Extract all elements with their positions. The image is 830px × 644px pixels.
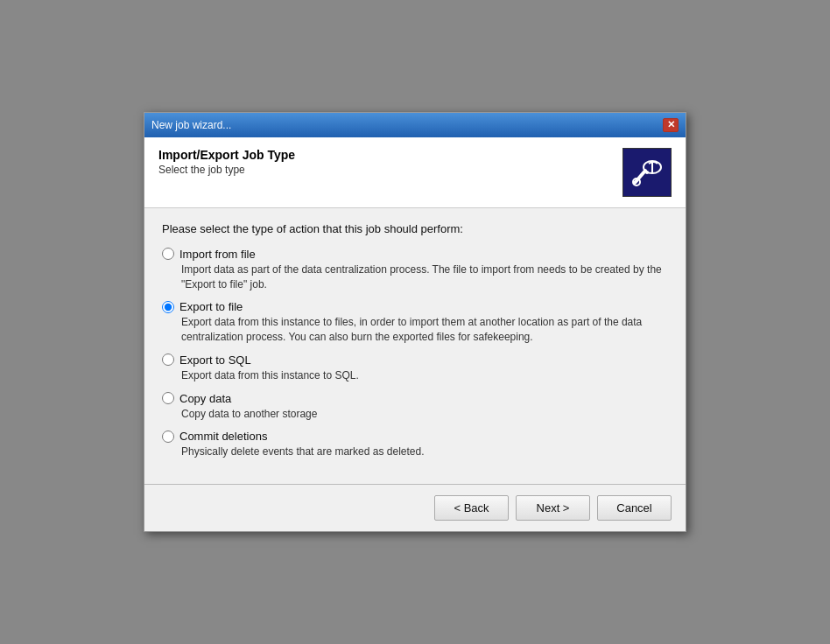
page-subtitle: Select the job type — [158, 164, 295, 176]
close-button[interactable]: ✕ — [663, 118, 679, 132]
header-section: Import/Export Job Type Select the job ty… — [144, 137, 686, 208]
desc-copy: Copy data to another storage — [181, 407, 668, 422]
header-text: Import/Export Job Type Select the job ty… — [158, 148, 295, 176]
label-commit[interactable]: Commit deletions — [179, 430, 267, 443]
page-title: Import/Export Job Type — [158, 148, 295, 162]
dialog-window: New job wizard... ✕ Import/Export Job Ty… — [144, 112, 686, 533]
title-bar: New job wizard... ✕ — [144, 113, 686, 137]
back-button[interactable]: < Back — [434, 495, 509, 521]
label-copy[interactable]: Copy data — [179, 392, 231, 405]
dialog-title: New job wizard... — [151, 119, 231, 131]
option-import: Import from file Import data as part of … — [162, 248, 668, 292]
label-import[interactable]: Import from file — [179, 248, 256, 261]
svg-point-3 — [645, 171, 649, 174]
radio-copy[interactable] — [162, 392, 174, 404]
desc-import: Import data as part of the data centrali… — [181, 262, 668, 292]
content-section: Please select the type of action that th… — [144, 208, 686, 474]
option-group: Import from file Import data as part of … — [162, 248, 668, 460]
radio-export-sql[interactable] — [162, 354, 174, 366]
option-copy: Copy data Copy data to another storage — [162, 392, 668, 422]
option-export-sql: Export to SQL Export data from this inst… — [162, 354, 668, 383]
next-button[interactable]: Next > — [516, 495, 590, 521]
label-export-sql[interactable]: Export to SQL — [179, 354, 251, 367]
prompt-text: Please select the type of action that th… — [162, 222, 668, 235]
header-svg-icon — [628, 153, 666, 192]
desc-commit: Physically delete events that are marked… — [181, 444, 668, 459]
radio-commit[interactable] — [162, 430, 174, 443]
radio-export-file[interactable] — [162, 301, 174, 313]
option-commit: Commit deletions Physically delete event… — [162, 430, 668, 459]
footer: < Back Next > Cancel — [144, 485, 686, 531]
cancel-button[interactable]: Cancel — [597, 495, 672, 521]
job-type-icon — [622, 148, 672, 197]
radio-import[interactable] — [162, 248, 174, 260]
desc-export-sql: Export data from this instance to SQL. — [181, 368, 668, 383]
option-export-file: Export to file Export data from this ins… — [162, 300, 668, 345]
desc-export-file: Export data from this instance to files,… — [181, 315, 668, 345]
label-export-file[interactable]: Export to file — [179, 300, 243, 313]
